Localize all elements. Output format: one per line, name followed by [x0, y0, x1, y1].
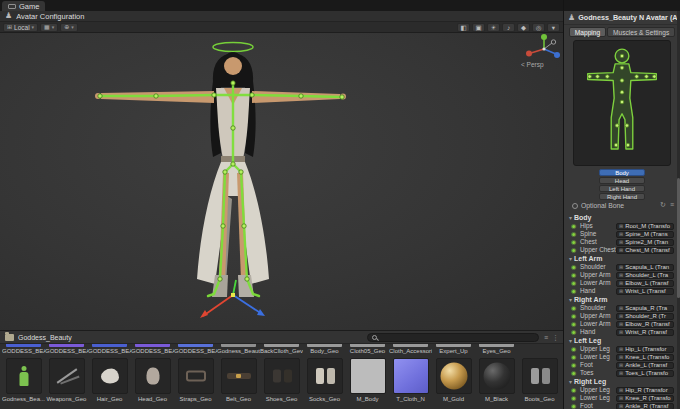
snap-settings-dropdown-icon: ⊕ [64, 24, 69, 31]
transform-icon: ⊞ [619, 272, 623, 278]
asset-thumbnail-shape [273, 370, 281, 383]
handle-orientation-dropdown[interactable]: ⊞Local▾ [3, 23, 38, 32]
draw-mode-button[interactable]: ◧ [457, 23, 470, 32]
asset-thumbnail-shape [394, 359, 428, 393]
snap-settings-dropdown[interactable]: ⊕▾ [60, 23, 78, 32]
asset-thumbnail [221, 358, 257, 394]
asset-label-item[interactable]: GODDESS_BEAU... [131, 344, 174, 355]
more-menu-icon[interactable]: ⋮ [552, 333, 559, 342]
asset-item[interactable]: Shoes_Geo [260, 357, 303, 403]
asset-label-item[interactable]: Godness_BeautyN [217, 344, 260, 355]
bone-object-field[interactable]: ⊞Hip_L (Transfor [616, 346, 674, 353]
bone-object-field[interactable]: ⊞Shoulder_R (Tr [616, 313, 674, 320]
asset-label: GODDESS_BEAU... [45, 347, 88, 355]
project-search-input[interactable] [380, 334, 534, 341]
asset-item[interactable]: Belt_Geo [217, 357, 260, 403]
lighting-toggle[interactable]: ☀ [487, 23, 500, 32]
asset-label-item[interactable]: Cloth05_Geo [346, 344, 389, 355]
part-button-left-hand[interactable]: Left Hand [599, 185, 645, 192]
asset-thumbnail-shape [316, 368, 324, 384]
bone-state-icon: ◉ [571, 304, 576, 312]
bone-object-field[interactable]: ⊞Scapula_L (Tran [616, 264, 674, 271]
asset-item[interactable]: Godness_Bea... [2, 357, 45, 403]
grid-visibility-dropdown-icon: ▦ [44, 24, 50, 31]
bone-object-field[interactable]: ⊞Hip_R (Transfor [616, 387, 674, 394]
bone-object-field[interactable]: ⊞Shoulder_L (Tra [616, 272, 674, 279]
bone-object-value: Spine2_M (Tran [625, 239, 668, 245]
asset-label-item[interactable]: BackClloth_Gev [260, 344, 303, 355]
viewport-canvas [0, 33, 563, 330]
asset-item[interactable]: M_Black [475, 357, 518, 403]
bone-object-field[interactable]: ⊞Ankle_R (Transf [616, 403, 674, 409]
scene-viewport[interactable]: < Persp [0, 33, 563, 330]
part-button-body[interactable]: Body [599, 169, 645, 176]
effects-toggle[interactable]: ◆ [517, 23, 530, 32]
bone-object-field[interactable]: ⊞Wrist_R (Transf [616, 329, 674, 336]
asset-grid: GODDESS_BEAU...GODDESS_BEAU...GODDESS_BE… [0, 344, 563, 409]
bone-object-field[interactable]: ⊞Scapula_R (Tra [616, 305, 674, 312]
asset-item[interactable]: Socks_Geo [303, 357, 346, 403]
asset-label-item[interactable]: Body_Geo [303, 344, 346, 355]
asset-label-item[interactable]: Eyes_Geo [475, 344, 518, 355]
bone-section-header[interactable]: ▾Right Leg [564, 377, 680, 386]
asset-label: GODDESS_BEAU... [2, 347, 45, 355]
gizmos-menu[interactable]: ▾ [547, 23, 560, 32]
bone-object-field[interactable]: ⊞Knee_L (Transfo [616, 354, 674, 361]
bone-object-field[interactable]: ⊞Root_M (Transfo [616, 223, 674, 230]
asset-label-item[interactable]: GODDESS_BEAU... [2, 344, 45, 355]
bone-object-value: Ankle_R (Transf [625, 403, 668, 409]
bone-state-icon: ◉ [571, 263, 576, 271]
asset-labels-menu-icon[interactable]: ≡ [544, 333, 548, 342]
perspective-label[interactable]: < Persp [521, 61, 544, 68]
transform-gizmo[interactable] [200, 280, 265, 318]
bone-object-field[interactable]: ⊞Ankle_L (Transf [616, 362, 674, 369]
asset-item[interactable]: M_Gold [432, 357, 475, 403]
scene-visibility-toggle[interactable]: ◎ [532, 23, 545, 32]
asset-label-item[interactable]: GODDESS_BEAU... [88, 344, 131, 355]
asset-item[interactable]: Hair_Geo [88, 357, 131, 403]
asset-item[interactable]: Head_Geo [131, 357, 174, 403]
reset-button-icon[interactable]: ↻ [660, 201, 666, 209]
asset-label-item[interactable]: Cloth_Accessorie... [389, 344, 432, 355]
bone-section-header[interactable]: ▾Right Arm [564, 295, 680, 304]
bone-object-field[interactable]: ⊞Spine_M (Trans [616, 231, 674, 238]
bone-section-header[interactable]: ▾Left Leg [564, 336, 680, 345]
2d-toggle[interactable]: ▣ [472, 23, 485, 32]
asset-thumbnail-shape [56, 368, 77, 383]
humanoid-diagram[interactable] [573, 40, 671, 166]
part-button-head[interactable]: Head [599, 177, 645, 184]
scene-orientation-gizmo[interactable] [526, 34, 560, 58]
asset-label-item[interactable]: GODDESS_BEAU... [174, 344, 217, 355]
bone-object-field[interactable]: ⊞Toes_L (Transfo [616, 370, 674, 377]
bone-object-field[interactable]: ⊞Spine2_M (Tran [616, 239, 674, 246]
asset-label: Socks_Geo [303, 395, 346, 403]
bone-section-name: Right Leg [574, 378, 606, 385]
asset-item[interactable]: Boots_Geo [518, 357, 561, 403]
asset-item[interactable]: M_Body [346, 357, 389, 403]
transform-icon: ⊞ [619, 329, 623, 335]
grid-visibility-dropdown[interactable]: ▦▾ [40, 23, 58, 32]
project-folder-label: Goddess_Beauty [18, 334, 72, 341]
tab-mapping[interactable]: Mapping [569, 27, 606, 37]
asset-label-item[interactable]: GODDESS_BEAU... [45, 344, 88, 355]
asset-label-item[interactable]: Expert_Up [432, 344, 475, 355]
part-button-right-hand[interactable]: Right Hand [599, 193, 645, 200]
project-breadcrumb-bar: Goddess_Beauty ≡⋮ [0, 331, 563, 344]
asset-item[interactable]: Straps_Geo [174, 357, 217, 403]
project-search-field[interactable] [367, 333, 539, 342]
bone-section-header[interactable]: ▾Body [564, 213, 680, 222]
project-panel: Goddess_Beauty ≡⋮ GODDESS_BEAU...GODDESS… [0, 330, 563, 409]
bone-section-header[interactable]: ▾Left Arm [564, 254, 680, 263]
tab-game[interactable]: Game [2, 1, 45, 11]
tab-muscles-settings[interactable]: Muscles & Settings [607, 27, 675, 37]
asset-item[interactable]: T_Cloth_N [389, 357, 432, 403]
bone-object-field[interactable]: ⊞Knee_R (Transfo [616, 395, 674, 402]
audio-toggle[interactable]: ♪ [502, 23, 515, 32]
list-menu-button-icon[interactable]: ≡ [670, 201, 674, 209]
bone-row: ◉Lower Leg⊞Knee_R (Transfo [564, 394, 680, 402]
bone-object-field[interactable]: ⊞Elbow_L (Transf [616, 280, 674, 287]
bone-object-field[interactable]: ⊞Wrist_L (Transf [616, 288, 674, 295]
bone-object-field[interactable]: ⊞Elbow_R (Transf [616, 321, 674, 328]
bone-object-field[interactable]: ⊞Chest_M (Transf [616, 247, 674, 254]
asset-item[interactable]: Weapons_Geo [45, 357, 88, 403]
